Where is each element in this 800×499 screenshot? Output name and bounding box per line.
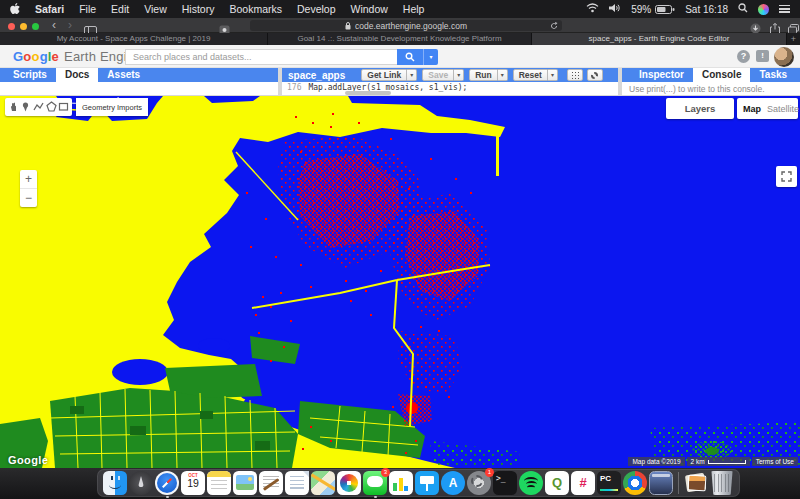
- dock-chrome-icon[interactable]: [623, 471, 647, 495]
- dock-finder-icon[interactable]: [103, 471, 127, 495]
- layers-button[interactable]: Layers: [666, 98, 734, 119]
- dock-textedit-icon[interactable]: [259, 471, 283, 495]
- reload-icon[interactable]: [550, 22, 558, 32]
- menu-item-edit[interactable]: Edit: [111, 3, 129, 15]
- menu-item-bookmarks[interactable]: Bookmarks: [229, 3, 282, 15]
- run-button[interactable]: Run: [469, 69, 498, 81]
- fullscreen-button[interactable]: [776, 166, 797, 187]
- dock-trash-icon[interactable]: [710, 471, 734, 495]
- map-canvas[interactable]: Geometry Imports + − Layers Map Satellit…: [0, 96, 800, 468]
- point-marker-icon[interactable]: [20, 98, 31, 116]
- tab-inspector[interactable]: Inspector: [630, 68, 693, 82]
- address-bar[interactable]: code.earthengine.google.com: [250, 20, 562, 31]
- spotlight-icon[interactable]: [738, 3, 748, 15]
- save-caret-icon[interactable]: ▾: [454, 69, 464, 81]
- gear-icon: [591, 72, 598, 79]
- address-text: code.earthengine.google.com: [355, 21, 467, 31]
- pan-hand-icon[interactable]: [8, 98, 19, 116]
- get-link-caret-icon[interactable]: ▾: [407, 69, 417, 81]
- geometry-imports-button[interactable]: Geometry Imports: [76, 98, 148, 116]
- menu-item-history[interactable]: History: [182, 3, 215, 15]
- search-input[interactable]: [125, 49, 397, 65]
- map-type-control: Map Satellite: [737, 98, 798, 119]
- zoom-out-button[interactable]: −: [20, 188, 37, 206]
- dock-downloads-stack-icon[interactable]: [684, 471, 708, 495]
- dock-qgis-icon[interactable]: Q: [545, 471, 569, 495]
- search-button[interactable]: [397, 49, 423, 65]
- menu-item-safari[interactable]: Safari: [35, 3, 64, 15]
- map-type-satellite-button[interactable]: Satellite: [767, 104, 799, 114]
- draw-rectangle-icon[interactable]: [58, 98, 69, 116]
- settings-button[interactable]: [587, 69, 603, 81]
- back-button[interactable]: ‹: [52, 18, 56, 33]
- dock-messages-icon[interactable]: 3: [363, 471, 387, 495]
- tab-tasks[interactable]: Tasks: [750, 68, 796, 82]
- dock-photos-icon[interactable]: [337, 471, 361, 495]
- tab-scripts[interactable]: Scripts: [4, 68, 56, 82]
- battery-indicator[interactable]: 59%: [631, 4, 675, 15]
- draw-polygon-icon[interactable]: [46, 98, 57, 116]
- apps-grid-button[interactable]: [567, 69, 583, 81]
- tab-assets[interactable]: Assets: [98, 68, 149, 82]
- draw-line-icon[interactable]: [33, 98, 44, 116]
- menu-item-view[interactable]: View: [144, 3, 167, 15]
- tab-docs[interactable]: Docs: [56, 68, 98, 82]
- dock-numbers-icon[interactable]: [389, 471, 413, 495]
- browser-tab-2[interactable]: Goal 14 .:. Sustainable Development Know…: [268, 33, 532, 45]
- tab-console[interactable]: Console: [693, 68, 750, 82]
- map-type-map-button[interactable]: Map: [737, 104, 767, 114]
- menu-item-file[interactable]: File: [79, 3, 96, 15]
- dock-notes-icon[interactable]: [207, 471, 231, 495]
- menu-bar: Safari File Edit View History Bookmarks …: [0, 0, 800, 18]
- notification-center-icon[interactable]: [779, 5, 790, 13]
- dock-documents-icon[interactable]: [285, 471, 309, 495]
- dock-terminal-icon[interactable]: >_: [493, 471, 517, 495]
- siri-icon[interactable]: [758, 4, 769, 15]
- terms-of-use-link[interactable]: Terms of Use: [752, 457, 798, 466]
- dock-slack-icon[interactable]: #: [571, 471, 595, 495]
- save-button[interactable]: Save: [422, 69, 454, 81]
- window-close-button[interactable]: [8, 23, 15, 30]
- get-link-button[interactable]: Get Link: [361, 69, 407, 81]
- desktop-background: OCT19 3 A 1 >_ Q # PC: [0, 468, 800, 499]
- dock-keynote-icon[interactable]: [415, 471, 439, 495]
- zoom-in-button[interactable]: +: [20, 170, 37, 188]
- user-avatar[interactable]: [774, 47, 794, 67]
- running-indicator: [166, 496, 169, 499]
- search-options-dropdown[interactable]: ▾: [423, 49, 438, 65]
- dock-preview-icon[interactable]: [233, 471, 257, 495]
- browser-tab-1[interactable]: My Account - Space Apps Challenge | 2019: [0, 33, 268, 45]
- dock-calendar-icon[interactable]: OCT19: [181, 471, 205, 495]
- dock-spotify-icon[interactable]: [519, 471, 543, 495]
- dock-appstore-icon[interactable]: A: [441, 471, 465, 495]
- code-editor-toolbar: Scripts Docs Assets space_apps Get Link …: [0, 68, 800, 82]
- battery-percent: 59%: [631, 4, 651, 15]
- volume-icon[interactable]: [609, 3, 621, 15]
- save-button-group: Save ▾: [422, 69, 464, 81]
- menu-bar-clock[interactable]: Sat 16:18: [685, 4, 728, 15]
- dock-pycharm-icon[interactable]: PC: [597, 471, 621, 495]
- menu-item-develop[interactable]: Develop: [297, 3, 336, 15]
- help-button[interactable]: ?: [737, 50, 750, 63]
- dock-maps-icon[interactable]: [311, 471, 335, 495]
- run-caret-icon[interactable]: ▾: [498, 69, 508, 81]
- dock-launchpad-icon[interactable]: [129, 471, 153, 495]
- window-zoom-button[interactable]: [32, 23, 39, 30]
- window-minimize-button[interactable]: [20, 23, 27, 30]
- code-editor[interactable]: 176Map.addLayer(s1_mosaics, s1_vis);: [282, 82, 618, 95]
- dock-screenshot-icon[interactable]: [649, 471, 673, 495]
- feedback-button[interactable]: !: [756, 50, 769, 62]
- dock-safari-icon[interactable]: [155, 471, 179, 495]
- new-tab-button[interactable]: +: [787, 33, 800, 45]
- earth-engine-logo: GoogleEarth Engine: [13, 49, 142, 64]
- menu-item-help[interactable]: Help: [403, 3, 425, 15]
- reset-button[interactable]: Reset: [513, 69, 548, 81]
- horizontal-scrollbar[interactable]: [345, 91, 391, 95]
- reset-caret-icon[interactable]: ▾: [548, 69, 558, 81]
- forward-button[interactable]: ›: [68, 18, 72, 33]
- dock-system-preferences-icon[interactable]: 1: [467, 471, 491, 495]
- apple-menu-icon[interactable]: [10, 3, 21, 15]
- wifi-icon[interactable]: [586, 3, 599, 15]
- browser-tab-3-active[interactable]: space_apps - Earth Engine Code Editor: [532, 33, 787, 45]
- menu-item-window[interactable]: Window: [351, 3, 388, 15]
